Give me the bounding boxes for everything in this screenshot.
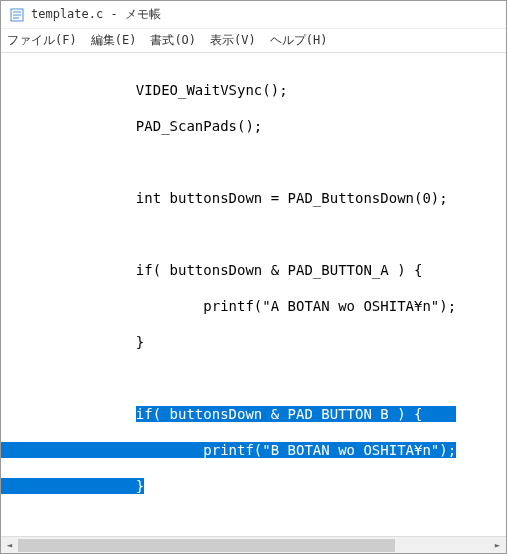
menu-help[interactable]: ヘルプ(H) [270, 32, 328, 49]
code-line [1, 225, 506, 243]
code-line [1, 369, 506, 387]
code-line: int buttonsDown = PAD_ButtonsDown(0); [1, 189, 506, 207]
code-line: } [1, 477, 506, 495]
horizontal-scrollbar[interactable]: ◄ ► [1, 536, 506, 553]
scroll-thumb[interactable] [18, 539, 395, 552]
selection: } [136, 478, 144, 494]
code-line [1, 153, 506, 171]
selection: if( buttonsDown & PAD_BUTTON_B ) { [136, 406, 456, 422]
selection [1, 442, 68, 458]
scroll-right-icon[interactable]: ► [489, 537, 506, 554]
code-line [1, 513, 506, 531]
window-title: template.c - メモ帳 [31, 6, 161, 23]
scroll-left-icon[interactable]: ◄ [1, 537, 18, 554]
menu-file[interactable]: ファイル(F) [7, 32, 77, 49]
menu-view[interactable]: 表示(V) [210, 32, 256, 49]
title-bar[interactable]: template.c - メモ帳 [1, 1, 506, 29]
selection: printf("B BOTAN wo OSHITA¥n"); [68, 442, 456, 458]
code-line: printf("B BOTAN wo OSHITA¥n"); [1, 441, 506, 459]
code-line: printf("A BOTAN wo OSHITA¥n"); [1, 297, 506, 315]
code-line: } [1, 333, 506, 351]
menu-format[interactable]: 書式(O) [150, 32, 196, 49]
text-editor[interactable]: VIDEO_WaitVSync(); PAD_ScanPads(); int b… [1, 53, 506, 536]
scroll-track[interactable] [18, 537, 489, 554]
selection [1, 478, 136, 494]
code-line: VIDEO_WaitVSync(); [1, 81, 506, 99]
menu-bar: ファイル(F) 編集(E) 書式(O) 表示(V) ヘルプ(H) [1, 29, 506, 53]
code-line: if( buttonsDown & PAD_BUTTON_B ) { [1, 405, 506, 423]
menu-edit[interactable]: 編集(E) [91, 32, 137, 49]
code-line: if( buttonsDown & PAD_BUTTON_A ) { [1, 261, 506, 279]
notepad-icon [9, 7, 25, 23]
code-line: PAD_ScanPads(); [1, 117, 506, 135]
